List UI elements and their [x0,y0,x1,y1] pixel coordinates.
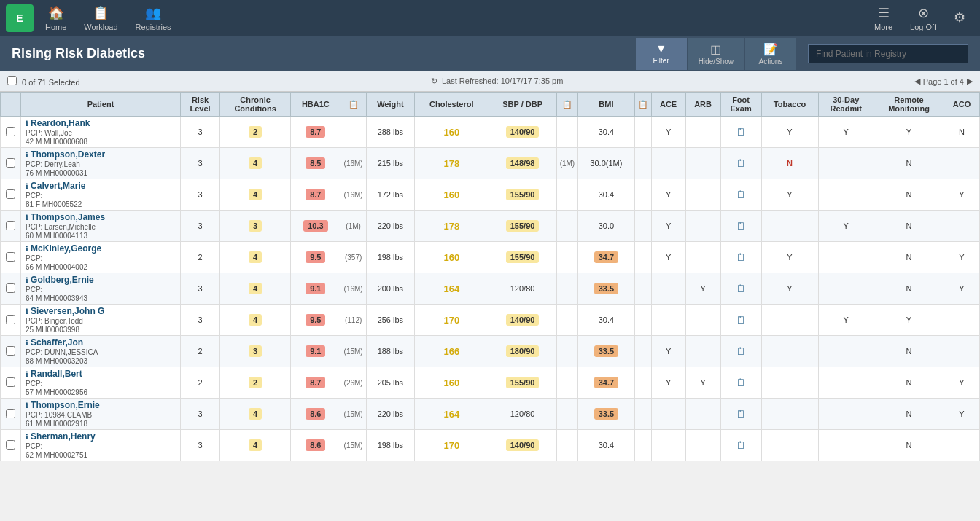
row-checkbox[interactable] [6,346,15,356]
patient-cell[interactable]: ℹ Schaffer,Jon PCP: DUNN,JESSICA 88 M MH… [21,336,181,367]
row-checkbox[interactable] [6,315,15,324]
header-risk[interactable]: RiskLevel [180,93,219,117]
header-bmi[interactable]: BMI [578,93,634,117]
remote-value: N [874,399,944,430]
patient-name[interactable]: Thompson,Dexter [31,149,105,160]
row-checkbox[interactable] [6,127,15,136]
patient-cell[interactable]: ℹ Reardon,Hank PCP: Wall,Joe 42 M MH0000… [21,117,181,148]
patient-cell[interactable]: ℹ Thompson,Ernie PCP: 10984,CLAMB 61 M M… [21,399,181,430]
patient-name[interactable]: Schaffer,Jon [31,337,83,348]
prev-page-icon[interactable]: ◀ [914,77,920,86]
header-hba1c-icon[interactable]: 📋 [341,93,366,117]
weight-value: 198 lbs [366,430,414,461]
header-sbp[interactable]: SBP / DBP [489,93,556,117]
patient-cell[interactable]: ℹ Randall,Bert PCP: 57 M MH00002956 [21,367,181,399]
patient-demographics: 81 F MH0005522 [26,200,82,208]
row-checkbox[interactable] [6,409,15,418]
nav-registries[interactable]: 👥 Registries [127,2,180,34]
bmi-icon-col [634,179,651,211]
chronic-conditions: 4 [220,179,291,211]
nav-logoff[interactable]: ⊗ Log Off [901,2,945,34]
patient-cell[interactable]: ℹ Thompson,James PCP: Larsen,Michelle 60… [21,211,181,242]
header-weight[interactable]: Weight [366,93,414,117]
bmi-icon-col [634,242,651,273]
bmi-icon-col [634,148,651,179]
header-aco[interactable]: ACO [944,93,980,117]
actions-button[interactable]: 📝 Actions [745,38,796,70]
foot-exam[interactable]: 🗒 [720,430,761,461]
chronic-conditions: 2 [220,117,291,148]
row-checkbox[interactable] [6,283,15,293]
nav-settings[interactable]: ⚙ [945,7,974,30]
weight-value: 205 lbs [366,367,414,399]
row-checkbox[interactable] [6,377,15,387]
next-page-icon[interactable]: ▶ [967,77,973,86]
patient-name[interactable]: Calvert,Marie [31,181,85,191]
patient-name[interactable]: McKinley,George [31,243,101,254]
patient-cell[interactable]: ℹ Sherman,Henry PCP: 62 M MH00002751 [21,430,181,461]
header-readmit[interactable]: 30-DayReadmit [818,93,874,117]
readmit-value [818,179,874,211]
foot-exam[interactable]: 🗒 [720,148,761,179]
header-patient[interactable]: Patient [21,93,181,117]
patient-name[interactable]: Randall,Bert [31,369,82,379]
header-remote[interactable]: RemoteMonitoring [874,93,944,117]
patient-name[interactable]: Thompson,Ernie [31,400,100,410]
header-hba1c[interactable]: HBA1C [291,93,341,117]
nav-more[interactable]: ☰ More [866,2,901,34]
header-ace[interactable]: ACE [651,93,685,117]
app-logo[interactable]: E [6,4,34,32]
patient-cell[interactable]: ℹ Thompson,Dexter PCP: Derry,Leah 76 M M… [21,148,181,179]
patient-cell[interactable]: ℹ Goldberg,Ernie PCP: 64 M MH00003943 [21,273,181,305]
header-tobacco[interactable]: Tobacco [761,93,818,117]
hideshow-button[interactable]: ◫ Hide/Show [688,38,744,70]
toolbar-buttons: ▼ Filter ◫ Hide/Show 📝 Actions [636,38,796,70]
row-checkbox[interactable] [6,221,15,230]
arb-value [685,430,720,461]
row-checkbox[interactable] [6,189,15,199]
foot-exam[interactable]: 🗒 [720,179,761,211]
nav-home[interactable]: 🏠 Home [36,2,75,34]
select-all-checkbox[interactable] [7,76,17,85]
nav-workload[interactable]: 📋 Workload [75,2,126,34]
header-cholesterol[interactable]: Cholesterol [415,93,489,117]
patient-name[interactable]: Reardon,Hank [31,118,90,128]
foot-exam[interactable]: 🗒 [720,273,761,305]
header-arb[interactable]: ARB [685,93,720,117]
settings-icon: ⚙ [954,9,965,26]
patient-name[interactable]: Thompson,James [31,212,105,222]
filter-button[interactable]: ▼ Filter [636,38,687,70]
patient-cell[interactable]: ℹ McKinley,George PCP: 66 M MH00004002 [21,242,181,273]
row-checkbox[interactable] [6,440,15,450]
foot-exam[interactable]: 🗒 [720,242,761,273]
patient-cell[interactable]: ℹ Sieversen,John G PCP: Binger,Todd 25 M… [21,305,181,336]
foot-exam[interactable]: 🗒 [720,367,761,399]
row-checkbox[interactable] [6,158,15,168]
header-chronic[interactable]: ChronicConditions [220,93,291,117]
bmi-icon-col [634,273,651,305]
foot-exam[interactable]: 🗒 [720,399,761,430]
patient-name[interactable]: Sieversen,John G [31,306,104,316]
foot-exam[interactable]: 🗒 [720,336,761,367]
foot-exam[interactable]: 🗒 [720,117,761,148]
hba1c-note: (15M) [341,430,366,461]
patient-cell[interactable]: ℹ Calvert,Marie PCP: 81 F MH0005522 [21,179,181,211]
header-foot[interactable]: FootExam [720,93,761,117]
risk-level: 2 [180,242,219,273]
tobacco-value [761,336,818,367]
row-checkbox[interactable] [6,252,15,262]
ace-value: Y [651,211,685,242]
cholesterol-value: 160 [415,367,489,399]
patient-name[interactable]: Goldberg,Ernie [31,275,94,285]
hba1c-value: 8.5 [291,148,341,179]
sbp-value: 155/90 [489,179,556,211]
readmit-value [818,242,874,273]
hba1c-value: 9.1 [291,273,341,305]
foot-exam[interactable]: 🗒 [720,211,761,242]
foot-exam[interactable]: 🗒 [720,305,761,336]
header-bmi-icon[interactable]: 📋 [634,93,651,117]
foot-exam-icon: 🗒 [736,408,746,420]
search-input[interactable] [808,44,968,63]
header-sbp-icon[interactable]: 📋 [556,93,578,117]
patient-name[interactable]: Sherman,Henry [31,431,96,442]
